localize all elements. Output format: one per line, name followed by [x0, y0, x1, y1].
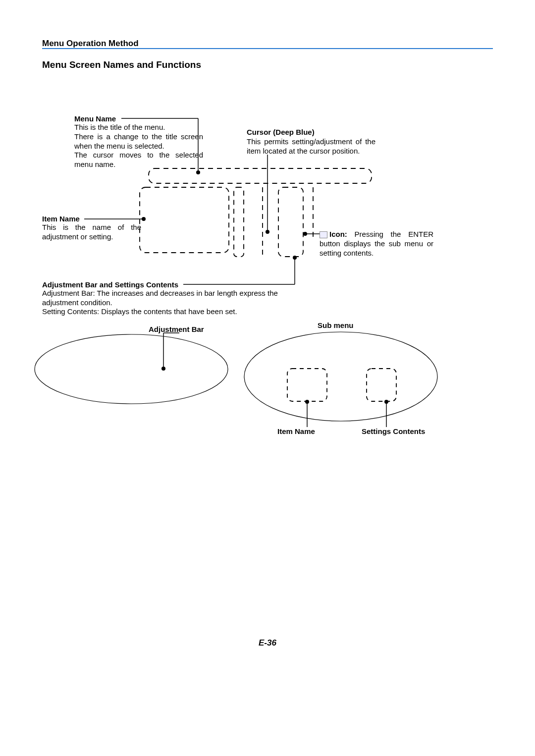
svg-point-12	[142, 217, 146, 221]
cursor-title: Cursor (Deep Blue)	[247, 128, 375, 137]
svg-point-21	[161, 367, 165, 371]
settings-contents-label: Settings Contents	[362, 427, 425, 436]
adj-bar-line1: Adjustment Bar: The increases and decrea…	[42, 289, 305, 308]
page-header: Menu Operation Method	[42, 39, 493, 49]
enter-icon	[320, 231, 327, 238]
adjustment-bar-label: Adjustment Bar	[149, 325, 204, 334]
svg-rect-23	[287, 369, 327, 401]
menu-name-body: This is the title of the menu. There is …	[74, 123, 203, 169]
svg-point-26	[305, 400, 309, 404]
header-title: Menu Operation Method	[42, 39, 139, 48]
svg-rect-6	[140, 187, 229, 253]
adj-bar-section: Adjustment Bar and Settings Contents	[42, 280, 305, 290]
adj-bar-title: Adjustment Bar and Settings Contents	[42, 280, 178, 289]
adj-bar-line2: Setting Contents: Displays the contents …	[42, 307, 305, 317]
header-rule	[42, 48, 493, 49]
icon-block: Icon: Pressing the ENTER button displays…	[320, 230, 433, 258]
svg-point-28	[384, 400, 388, 404]
svg-point-22	[244, 332, 437, 421]
section-title: Menu Screen Names and Functions	[42, 59, 201, 70]
svg-rect-3	[149, 168, 372, 183]
svg-rect-7	[234, 187, 244, 257]
svg-rect-24	[367, 369, 396, 401]
item-name-small-label: Item Name	[277, 427, 315, 436]
cursor-body: This permits setting/adjustment of the i…	[247, 137, 375, 156]
menu-name-title: Menu Name	[74, 114, 116, 123]
svg-point-5	[266, 230, 269, 234]
item-name-title: Item Name	[42, 215, 80, 223]
svg-point-18	[35, 334, 228, 404]
menu-name-block: Menu Name	[74, 114, 203, 124]
page: Menu Operation Method Menu Screen Names …	[0, 0, 535, 756]
sub-menu-label: Sub menu	[318, 321, 354, 330]
page-number: E-36	[0, 638, 535, 648]
svg-point-2	[196, 170, 200, 174]
item-name-body: This is the name of the adjustment or se…	[42, 223, 141, 242]
cursor-block: Cursor (Deep Blue) This permits setting/…	[247, 128, 375, 156]
icon-label: Icon:	[329, 230, 347, 238]
item-name-block: Item Name	[42, 215, 141, 224]
svg-rect-8	[278, 187, 303, 257]
svg-point-17	[293, 256, 297, 260]
svg-point-14	[303, 232, 307, 236]
